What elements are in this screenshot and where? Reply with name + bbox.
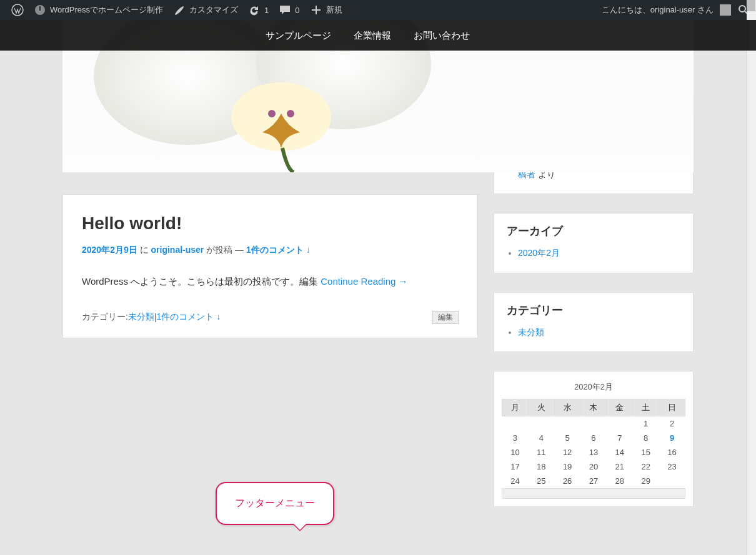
post-meta: 2020年2月9日 に original-user が投稿 — 1件のコメント …	[82, 245, 459, 256]
post-author[interactable]: original-user	[151, 245, 204, 255]
calendar-table: 2020年2月 月火水木金土日 123456789101112131415161…	[502, 378, 685, 499]
nav-item-sample[interactable]: サンプルページ	[254, 20, 342, 51]
updates[interactable]: 1	[243, 0, 274, 20]
widget-categories: カテゴリー 未分類	[494, 292, 694, 352]
scrollbar[interactable]	[747, 0, 756, 555]
primary-nav: サンプルページ 企業情報 お問い合わせ	[0, 20, 756, 51]
wp-admin-bar: WordPressでホームページ制作 カスタマイズ 1 0 新規 こんにちは、o…	[0, 0, 756, 20]
post-comments-link[interactable]: 1件のコメント ↓	[246, 245, 311, 255]
list-item: 未分類	[518, 325, 680, 339]
widget-archives: アーカイブ 2020年2月	[494, 213, 694, 273]
nav-item-contact[interactable]: お問い合わせ	[402, 20, 481, 51]
post-footer-comments-link[interactable]: 1件のコメント ↓	[157, 312, 221, 323]
calendar-day-link[interactable]: 9	[670, 433, 674, 443]
svg-point-7	[268, 110, 276, 117]
svg-rect-2	[39, 6, 41, 11]
post-date[interactable]: 2020年2月9日	[82, 245, 137, 255]
comments-pending[interactable]: 0	[274, 0, 304, 20]
scrollbar-thumb[interactable]	[747, 0, 755, 11]
calendar-body: 1234567891011121314151617181920212223242…	[502, 416, 685, 488]
widget-title: カテゴリー	[507, 303, 680, 318]
site-name-label: WordPressでホームページ制作	[50, 4, 163, 16]
widget-title: アーカイブ	[507, 223, 680, 238]
refresh-icon	[248, 4, 261, 16]
customize-label: カスタマイズ	[189, 4, 238, 16]
edit-button[interactable]: 編集	[432, 311, 459, 324]
comments-count: 0	[295, 6, 299, 15]
wordpress-icon	[11, 4, 24, 16]
calendar-caption: 2020年2月	[502, 378, 685, 399]
dashboard-icon	[34, 4, 46, 16]
post-category-link[interactable]: 未分類	[128, 312, 154, 323]
avatar[interactable]	[720, 4, 731, 16]
wp-logo[interactable]	[6, 0, 29, 20]
site-name[interactable]: WordPressでホームページ制作	[29, 0, 168, 20]
post-title[interactable]: Hello world!	[82, 214, 459, 233]
greeting[interactable]: こんにちは、original-user さん	[602, 4, 714, 16]
plus-icon	[310, 4, 322, 16]
nav-item-company[interactable]: 企業情報	[342, 20, 402, 51]
customize[interactable]: カスタマイズ	[168, 0, 243, 20]
widget-calendar: 2020年2月 月火水木金土日 123456789101112131415161…	[494, 371, 694, 507]
comment-icon	[279, 4, 291, 16]
post-body: WordPress へようこそ。こちらは最初の投稿です。編集 Continue …	[82, 273, 459, 290]
post-footer-meta: カテゴリー: 未分類 | 1件のコメント ↓ 編集	[82, 311, 459, 324]
calendar-head-row: 月火水木金土日	[502, 399, 685, 416]
annotation-callout: フッターメニュー	[216, 482, 334, 525]
brush-icon	[173, 4, 186, 16]
continue-reading-link[interactable]: Continue Reading →	[321, 276, 407, 287]
post: Hello world! 2020年2月9日 に original-user が…	[62, 194, 478, 338]
svg-point-8	[287, 110, 294, 117]
list-item: 2020年2月	[518, 246, 680, 260]
svg-point-3	[739, 6, 745, 12]
new-content[interactable]: 新規	[305, 0, 347, 20]
updates-count: 1	[264, 6, 269, 15]
new-label: 新規	[326, 4, 342, 16]
